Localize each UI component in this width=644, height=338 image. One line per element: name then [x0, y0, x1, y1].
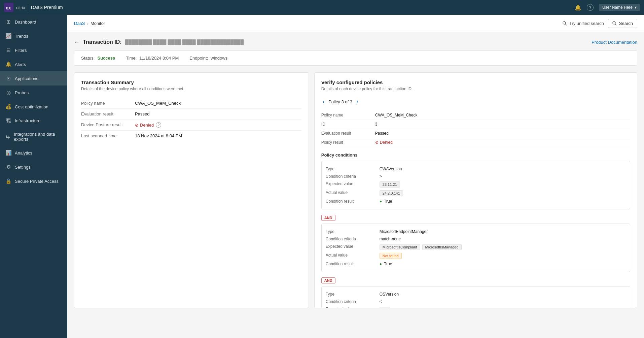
time-label: Time:: [126, 56, 137, 61]
cond1-actual-value: 24.2.0.141: [380, 190, 403, 196]
policy-name-value: CWA_OS_MeM_Check: [135, 101, 181, 106]
policy-row-result: Policy result ⊘ Denied: [321, 138, 630, 147]
sidebar-item-cost-optimization[interactable]: 💰 Cost optimization: [0, 100, 67, 114]
cond3-expected-label: Expected value: [326, 307, 380, 308]
cond1-actual-label: Actual value: [326, 190, 380, 196]
cond1-actual-row: Actual value 24.2.0.141: [326, 189, 626, 198]
policy-next-button[interactable]: ›: [355, 98, 359, 105]
policy-eval-value: Passed: [375, 131, 389, 136]
analytics-icon: 📊: [5, 150, 11, 156]
cond2-type-row: Type MicrosoftEndpointManager: [326, 228, 626, 235]
policy-counter: Policy 3 of 3: [328, 99, 352, 104]
status-bar: Status: Success Time: 11/18/2024 8:04 PM…: [74, 50, 637, 66]
svg-line-3: [565, 24, 567, 25]
sidebar-label-filters: Filters: [15, 48, 27, 53]
sidebar-item-integrations[interactable]: ⇆ Integrations and data exports: [0, 128, 67, 146]
back-button[interactable]: ←: [74, 39, 79, 45]
citrix-logo-icon: cx: [4, 3, 13, 12]
summary-row-device-posture: Device Posture result ⊘ Denied ?: [81, 120, 302, 131]
summary-title: Transaction Summary: [81, 79, 302, 85]
sidebar-item-probes[interactable]: ◎ Probes: [0, 86, 67, 100]
policy-result-label: Policy result: [321, 140, 375, 145]
help-icon[interactable]: ?: [587, 4, 594, 11]
sidebar-item-infrastructure[interactable]: 🏗 Infrastructure: [0, 114, 67, 128]
topbar-divider: [28, 3, 28, 11]
cond1-type-row: Type CWAVersion: [326, 165, 626, 173]
cond2-actual-label: Actual value: [326, 253, 380, 259]
cond2-criteria-label: Condition criteria: [326, 237, 380, 241]
sidebar-item-secure-private-access[interactable]: 🔒 Secure Private Access: [0, 174, 67, 188]
sidebar-label-dashboard: Dashboard: [15, 20, 36, 25]
svg-text:cx: cx: [6, 5, 11, 10]
dashboard-icon: ⊞: [5, 19, 11, 25]
cond3-expected-row: Expected value 11: [326, 305, 626, 308]
topbar-dropdown-icon: ▾: [635, 5, 637, 10]
topbar-right: 🔔 ? User Name Here ▾: [575, 4, 640, 11]
transaction-summary-panel: Transaction Summary Details of the devic…: [74, 72, 309, 308]
notification-icon[interactable]: 🔔: [575, 4, 581, 11]
topbar-username: User Name Here: [602, 5, 633, 10]
sidebar-item-alerts[interactable]: 🔔 Alerts: [0, 57, 67, 71]
endpoint-item: Endpoint: windows: [189, 56, 227, 61]
cond2-result-value: ● True: [380, 262, 392, 266]
policy-row-eval: Evaluation result Passed: [321, 129, 630, 138]
try-unified-search-button[interactable]: Try unified search: [563, 21, 604, 26]
topbar-user[interactable]: User Name Here ▾: [599, 4, 640, 11]
integrations-icon: ⇆: [5, 134, 10, 140]
summary-row-policy-name: Policy name CWA_OS_MeM_Check: [81, 98, 302, 109]
unified-search-label: Try unified search: [569, 21, 604, 26]
sidebar-item-filters[interactable]: ⊟ Filters: [0, 43, 67, 57]
device-posture-value: ⊘ Denied ?: [135, 122, 161, 128]
cond2-actual-chip-1: Not found: [380, 253, 402, 259]
cond2-type-value: MicrosoftEndpointManager: [380, 229, 428, 234]
sidebar-label-infra: Infrastructure: [15, 118, 41, 123]
summary-row-eval-result: Evaluation result Passed: [81, 109, 302, 120]
cost-icon: 💰: [5, 104, 11, 110]
sidebar-item-applications[interactable]: ⊡ Applications: [0, 71, 67, 86]
topbar-appname: DaaS Premium: [31, 5, 63, 10]
sidebar-item-analytics[interactable]: 📊 Analytics: [0, 146, 67, 160]
device-posture-help-icon[interactable]: ?: [156, 122, 161, 128]
breadcrumb-daas[interactable]: DaaS: [74, 21, 85, 26]
sidebar-item-dashboard[interactable]: ⊞ Dashboard: [0, 15, 67, 29]
cond2-criteria-value: match-none: [380, 237, 401, 241]
cond1-true-dot: ●: [380, 199, 382, 204]
sidebar-item-trends[interactable]: 📈 Trends: [0, 29, 67, 43]
topbar-logo: cx citrix DaaS Premium: [4, 3, 63, 12]
last-scanned-label: Last scanned time: [81, 133, 135, 138]
cond1-type-value: CWAVersion: [380, 167, 402, 171]
cond1-actual-chip-1: 24.2.0.141: [380, 190, 403, 196]
product-documentation-link[interactable]: Product Documentation: [592, 40, 637, 45]
cond1-result-value: ● True: [380, 199, 392, 204]
cond1-expected-chip-1: 23.11.21: [380, 181, 400, 188]
search-button[interactable]: Search: [608, 19, 637, 28]
last-scanned-value: 18 Nov 2024 at 8:04 PM: [135, 133, 182, 138]
sidebar-label-analytics: Analytics: [15, 150, 32, 156]
sidebar-item-settings[interactable]: ⚙ Settings: [0, 160, 67, 174]
policy-denied-icon: ⊘: [375, 140, 379, 145]
secure-icon: 🔒: [5, 178, 11, 184]
settings-icon: ⚙: [5, 164, 11, 170]
breadcrumb-separator: ›: [87, 21, 88, 26]
cond3-criteria-value: <: [380, 299, 382, 304]
main-content: DaaS › Monitor Try unified search Search…: [67, 15, 644, 338]
transaction-header: ← Transaction ID: ████████ ████ ████ ███…: [74, 39, 637, 45]
cond2-expected-value: MicrosoftIsCompliant MicrosoftIsManaged: [380, 244, 462, 250]
status-label: Status:: [81, 56, 95, 61]
sidebar-label-probes: Probes: [15, 90, 29, 95]
sub-header: DaaS › Monitor Try unified search Search: [67, 15, 644, 32]
policy-row-name-value: CWA_OS_MeM_Check: [375, 113, 418, 117]
cond2-result-label: Condition result: [326, 262, 380, 266]
svg-line-5: [615, 24, 616, 25]
denied-icon: ⊘: [135, 123, 139, 128]
policy-prev-button[interactable]: ‹: [321, 98, 326, 105]
cond3-expected-chip-1: 11: [380, 307, 390, 308]
policy-eval-label: Evaluation result: [321, 131, 375, 136]
search-label: Search: [619, 21, 633, 26]
endpoint-value: windows: [211, 56, 227, 61]
transaction-id-value: ████████ ████ ████ ████ ██████████████: [125, 39, 244, 45]
cond1-criteria-row: Condition criteria >: [326, 173, 626, 180]
topbar-company: citrix: [16, 5, 25, 10]
filters-icon: ⊟: [5, 47, 11, 53]
cond1-expected-row: Expected value 23.11.21: [326, 180, 626, 189]
